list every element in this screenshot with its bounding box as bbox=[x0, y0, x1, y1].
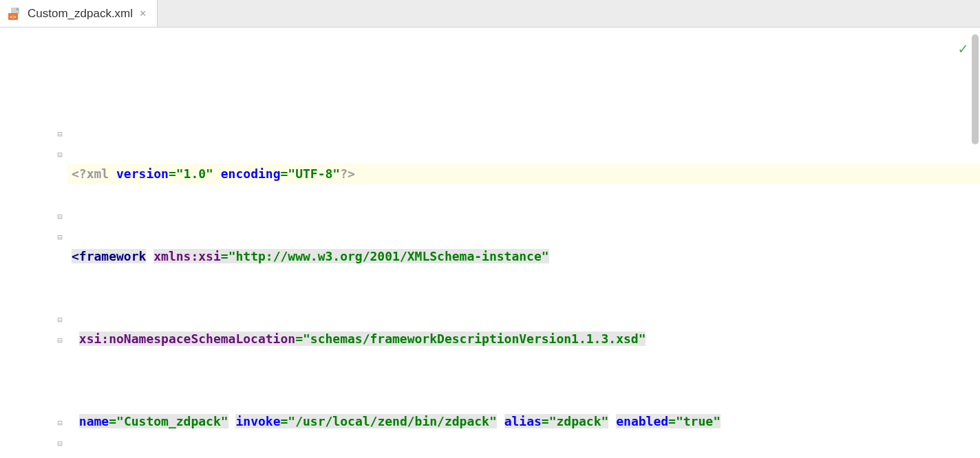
code-editor[interactable]: ✓ <?xml version="1.0" encoding="UTF-8"?>… bbox=[67, 28, 980, 458]
scrollbar-thumb[interactable] bbox=[972, 34, 979, 144]
xml-file-icon: <> bbox=[7, 6, 22, 21]
fold-icon[interactable]: ⊟ bbox=[55, 418, 65, 428]
fold-icon[interactable]: ⊟ bbox=[55, 232, 65, 242]
code-line: name="Custom_zdpack" invoke="/usr/local/… bbox=[67, 411, 980, 432]
code-line: <?xml version="1.0" encoding="UTF-8"?> bbox=[67, 164, 980, 184]
scrollbar[interactable] bbox=[972, 34, 979, 444]
tab-filename: Custom_zdpack.xml bbox=[28, 7, 133, 21]
code-line: xsi:noNamespaceSchemaLocation="schemas/f… bbox=[67, 329, 980, 349]
editor-tab[interactable]: <> Custom_zdpack.xml × bbox=[0, 0, 158, 27]
tab-bar: <> Custom_zdpack.xml × bbox=[0, 0, 980, 28]
close-icon[interactable]: × bbox=[138, 8, 147, 20]
svg-text:<>: <> bbox=[10, 14, 17, 20]
fold-icon[interactable]: ⊟ bbox=[55, 315, 65, 325]
fold-icon[interactable]: ⊟ bbox=[55, 129, 65, 139]
gutter[interactable]: ⊟ ⊟ ⊟ ⊟ ⊟ ⊟ ⊟ ⊟ bbox=[0, 28, 67, 458]
editor-area: ⊟ ⊟ ⊟ ⊟ ⊟ ⊟ ⊟ ⊟ ✓ <?xml version="1.0" en… bbox=[0, 28, 980, 458]
status-ok-icon: ✓ bbox=[959, 39, 968, 59]
fold-icon[interactable]: ⊟ bbox=[55, 439, 65, 448]
fold-icon[interactable]: ⊟ bbox=[55, 212, 65, 221]
code-line: <framework xmlns:xsi="http://www.w3.org/… bbox=[67, 246, 980, 267]
fold-icon[interactable]: ⊟ bbox=[55, 336, 65, 345]
fold-icon[interactable]: ⊟ bbox=[55, 150, 65, 160]
